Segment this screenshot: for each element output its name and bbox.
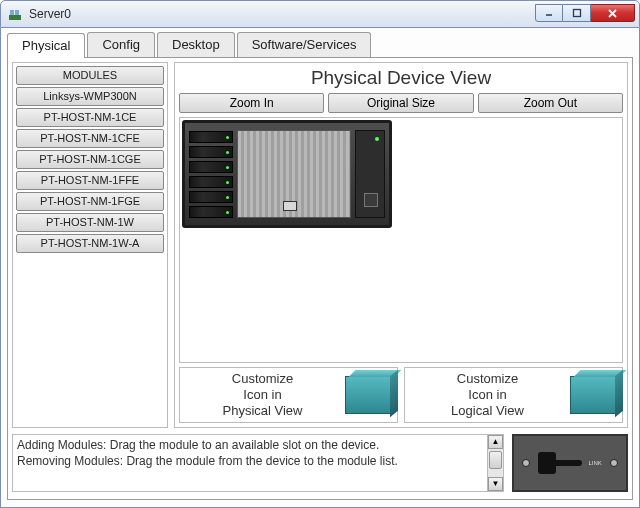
device-cube-icon bbox=[570, 376, 616, 414]
help-text: Adding Modules: Drag the module to an av… bbox=[12, 434, 488, 492]
app-icon bbox=[7, 6, 23, 22]
module-preview[interactable]: LINK bbox=[512, 434, 628, 492]
drive-bay[interactable] bbox=[189, 161, 233, 173]
drive-bay[interactable] bbox=[189, 146, 233, 158]
window-controls bbox=[535, 4, 635, 24]
help-line: Adding Modules: Drag the module to an av… bbox=[17, 437, 483, 453]
device-view-area[interactable] bbox=[179, 117, 623, 363]
module-item[interactable]: PT-HOST-NM-1CE bbox=[16, 108, 164, 127]
svg-rect-0 bbox=[9, 15, 21, 20]
screw-icon bbox=[610, 459, 618, 467]
customize-physical-button[interactable]: Customize Icon in Physical View bbox=[179, 367, 398, 423]
device-panel: Physical Device View Zoom In Original Si… bbox=[174, 62, 628, 428]
help-scrollbar[interactable]: ▲ ▼ bbox=[488, 434, 504, 492]
title-bar: Server0 bbox=[0, 0, 640, 28]
original-size-button[interactable]: Original Size bbox=[328, 93, 473, 113]
power-button-icon[interactable] bbox=[364, 193, 378, 207]
drive-bay[interactable] bbox=[189, 131, 233, 143]
module-item[interactable]: PT-HOST-NM-1FGE bbox=[16, 192, 164, 211]
zoom-out-button[interactable]: Zoom Out bbox=[478, 93, 623, 113]
ethernet-port-icon[interactable] bbox=[283, 201, 297, 211]
minimize-button[interactable] bbox=[535, 4, 563, 22]
customize-logical-label: Customize Icon in Logical View bbox=[405, 371, 570, 420]
device-title: Physical Device View bbox=[179, 67, 623, 89]
drive-bay[interactable] bbox=[189, 206, 233, 218]
expansion-slot[interactable] bbox=[237, 130, 351, 218]
svg-rect-4 bbox=[573, 10, 580, 17]
svg-rect-1 bbox=[10, 10, 14, 15]
tab-config[interactable]: Config bbox=[87, 32, 155, 57]
module-item[interactable]: PT-HOST-NM-1W bbox=[16, 213, 164, 232]
modules-header[interactable]: MODULES bbox=[16, 66, 164, 85]
scroll-up-icon[interactable]: ▲ bbox=[488, 435, 503, 449]
svg-rect-2 bbox=[15, 10, 19, 15]
zoom-in-button[interactable]: Zoom In bbox=[179, 93, 324, 113]
server-chassis[interactable] bbox=[182, 120, 392, 228]
module-item[interactable]: PT-HOST-NM-1CFE bbox=[16, 129, 164, 148]
drive-bays bbox=[189, 131, 233, 218]
link-label: LINK bbox=[588, 460, 601, 466]
device-cube-icon bbox=[345, 376, 391, 414]
help-line: Removing Modules: Drag the module from t… bbox=[17, 453, 483, 469]
drive-bay[interactable] bbox=[189, 191, 233, 203]
power-plug-icon bbox=[538, 448, 580, 478]
scroll-down-icon[interactable]: ▼ bbox=[488, 477, 503, 491]
customize-physical-label: Customize Icon in Physical View bbox=[180, 371, 345, 420]
close-button[interactable] bbox=[591, 4, 635, 22]
module-item[interactable]: Linksys-WMP300N bbox=[16, 87, 164, 106]
tab-content: MODULES Linksys-WMP300N PT-HOST-NM-1CE P… bbox=[7, 58, 633, 500]
tab-software-services[interactable]: Software/Services bbox=[237, 32, 372, 57]
drive-bay[interactable] bbox=[189, 176, 233, 188]
module-item[interactable]: PT-HOST-NM-1W-A bbox=[16, 234, 164, 253]
tab-physical[interactable]: Physical bbox=[7, 33, 85, 58]
screw-icon bbox=[522, 459, 530, 467]
control-panel bbox=[355, 130, 385, 218]
tab-strip: Physical Config Desktop Software/Service… bbox=[7, 32, 633, 58]
maximize-button[interactable] bbox=[563, 4, 591, 22]
window-body: Physical Config Desktop Software/Service… bbox=[0, 28, 640, 508]
module-item[interactable]: PT-HOST-NM-1FFE bbox=[16, 171, 164, 190]
modules-panel: MODULES Linksys-WMP300N PT-HOST-NM-1CE P… bbox=[12, 62, 168, 428]
window-title: Server0 bbox=[29, 7, 71, 21]
tab-desktop[interactable]: Desktop bbox=[157, 32, 235, 57]
scroll-thumb[interactable] bbox=[489, 451, 502, 469]
scroll-track[interactable] bbox=[488, 449, 503, 477]
power-led-icon bbox=[375, 137, 379, 141]
module-item[interactable]: PT-HOST-NM-1CGE bbox=[16, 150, 164, 169]
customize-logical-button[interactable]: Customize Icon in Logical View bbox=[404, 367, 623, 423]
